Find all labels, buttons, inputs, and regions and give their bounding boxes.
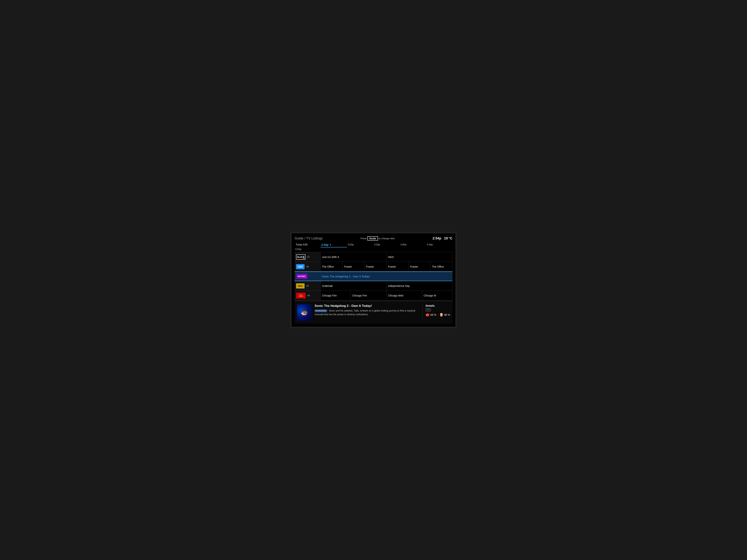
detail-description: SPONSORED Sonic and his sidekick, Tails,… <box>315 309 419 316</box>
movies-logo-text: MOVIES <box>298 275 306 277</box>
programs-drama: Chicago Fire Chicago Fire Chicago Med Ch… <box>320 291 453 300</box>
guide-label: Guide <box>294 237 304 240</box>
channel-cell-amc: amc 39 <box>294 281 320 291</box>
channel-row-cmt: CMT 38 The Office Frasier Frasier Frasie… <box>294 262 453 271</box>
program-frasier-2[interactable]: Frasier <box>364 262 386 271</box>
amc-logo-text: amc <box>298 285 303 287</box>
guide-hint: Press Guide to change view <box>361 236 395 241</box>
cmt-logo-text: CMT <box>298 265 303 268</box>
tomatometer-value: 69 % <box>430 313 436 316</box>
down-arrow-icon: ▼ <box>329 243 331 246</box>
channel-number-37: 37 <box>307 256 310 258</box>
program-frasier-4[interactable]: Frasier <box>409 262 431 271</box>
channel-number-38: 38 <box>306 265 309 268</box>
current-date: Today 5/28 <box>294 242 320 247</box>
current-timeslot: 2:30p <box>321 243 329 246</box>
program-chicago-fire-1[interactable]: Chicago Fire <box>320 291 351 300</box>
popcorn-icon: 🍿 <box>439 313 443 317</box>
channel-cell-cmt: CMT 38 <box>294 262 320 271</box>
movies-logo: MOVIES <box>296 274 307 279</box>
program-just-go-with-it[interactable]: Just Go With It <box>320 252 386 262</box>
program-the-office-2[interactable]: The Office <box>430 262 453 271</box>
timeline-slot-2: 3:30p <box>373 242 400 247</box>
program-sonic[interactable]: Sonic The Hedgehog 2 - Own It Today! <box>320 272 453 281</box>
program-hitch[interactable]: Hitch <box>386 252 453 262</box>
detail-panel: 🦔 Sonic The Hedgehog 2 - Own It Today! S… <box>294 301 453 324</box>
clock-temperature: 2:54p 19 °C <box>433 237 453 240</box>
tv-listings-label: TV Listings <box>306 237 323 240</box>
programs-slice: Just Go With It Hitch <box>320 252 453 262</box>
hd-badge: HD <box>303 258 305 259</box>
program-frasier-1[interactable]: Frasier <box>342 262 365 271</box>
channel-row-amc: amc 39 Outbreak Independence Day <box>294 281 453 291</box>
audience-score-value: 96 % <box>444 313 450 316</box>
program-independence-day[interactable]: Independence Day <box>386 281 453 291</box>
audience-score: 🍿 96 % <box>439 313 450 317</box>
current-time: 2:54p <box>433 237 441 240</box>
programs-amc: Outbreak Independence Day <box>320 281 453 291</box>
program-chicago-m[interactable]: Chicago M <box>422 291 453 300</box>
channel-number-39: 39 <box>306 285 309 287</box>
channel-cell-movies: MOVIES <box>294 272 320 281</box>
program-outbreak[interactable]: Outbreak <box>320 281 386 291</box>
channel-row-movies: MOVIES Sonic The Hedgehog 2 - Own It Tod… <box>294 271 453 281</box>
detail-program-title: Sonic The Hedgehog 2 - Own It Today! <box>315 304 419 308</box>
program-frasier-3[interactable]: Frasier <box>386 262 409 271</box>
sonic-emoji: 🦔 <box>301 309 308 316</box>
header: Guide / TV Listings Press Guide to chang… <box>294 236 453 241</box>
drama-label: drama <box>299 295 303 297</box>
guide-button[interactable]: Guide <box>367 236 378 241</box>
channel-number-40: 40 <box>307 294 310 297</box>
channel-cell-slice: SLICE HD 37 <box>294 252 320 262</box>
programs-cmt: The Office Frasier Frasier Frasier Frasi… <box>320 262 453 271</box>
timeline-current: 2:30p ▼ <box>320 242 347 247</box>
rating-badge: PG <box>426 308 431 311</box>
scores-row: 🍅 69 % 🍿 96 % <box>426 313 450 317</box>
timeline-slot-1: 3:00p <box>347 242 373 247</box>
detail-side: Details PG 🍅 69 % 🍿 96 % <box>422 304 450 321</box>
cmt-logo: CMT <box>296 264 305 269</box>
programs-movies: Sonic The Hedgehog 2 - Own It Today! <box>320 272 453 281</box>
sponsored-badge: SPONSORED <box>315 310 327 313</box>
drama-logo: CTV drama <box>296 293 306 298</box>
tomatometer-score: 🍅 69 % <box>426 313 436 317</box>
slice-logo: SLICE HD <box>296 255 306 260</box>
tomato-icon: 🍅 <box>426 313 430 317</box>
detail-description-text: Sonic and his sidekick, Tails, embark on… <box>315 309 415 316</box>
program-the-office-1[interactable]: The Office <box>320 262 342 271</box>
amc-logo: amc <box>296 283 305 289</box>
channel-cell-drama: CTV drama 40 <box>294 291 320 300</box>
timeline-slot-4: 4:30p <box>426 242 453 247</box>
detail-info: Sonic The Hedgehog 2 - Own It Today! SPO… <box>315 304 419 321</box>
temperature: 19 °C <box>444 237 453 240</box>
timeline-slot-3: 4:00p <box>400 242 426 247</box>
page-title: Guide / TV Listings <box>294 237 323 240</box>
timeline: Today 5/28 2:30p ▼ 3:00p 3:30p 4:00p 4:3… <box>294 242 453 251</box>
sonic-poster: 🦔 <box>297 304 312 321</box>
timeline-slot-5: 5:00p <box>294 247 320 251</box>
guide-grid: SLICE HD 37 Just Go With It Hitch CMT <box>294 252 453 300</box>
program-chicago-fire-2[interactable]: Chicago Fire <box>351 291 386 300</box>
channel-row-slice: SLICE HD 37 Just Go With It Hitch <box>294 252 453 262</box>
program-chicago-med[interactable]: Chicago Med <box>386 291 422 300</box>
tv-screen: Guide / TV Listings Press Guide to chang… <box>290 232 457 328</box>
channel-row-drama: CTV drama 40 Chicago Fire Chicago Fire C… <box>294 291 453 300</box>
details-label: Details <box>426 304 450 307</box>
